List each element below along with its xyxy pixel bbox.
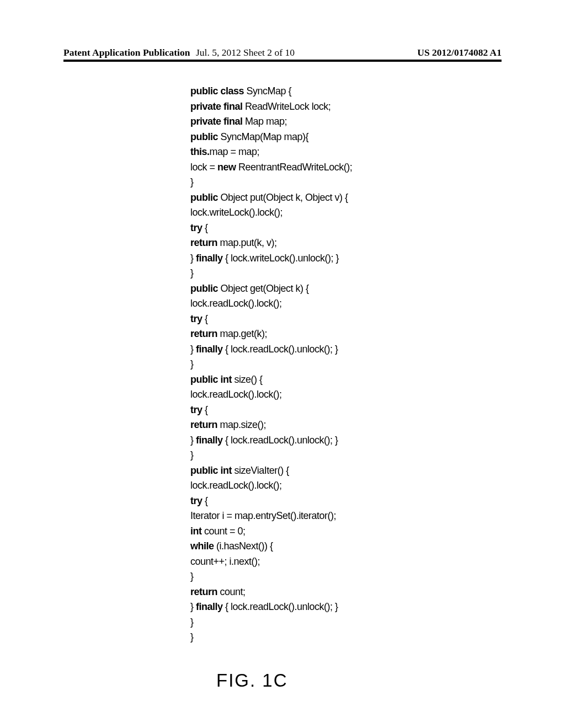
- code-line: } finally { lock.readLock().unlock(); }: [190, 433, 352, 448]
- code-text: }: [190, 601, 196, 612]
- code-text: (i.hasNext()) {: [216, 540, 273, 552]
- code-text: map.size();: [220, 419, 266, 430]
- code-line: try {: [190, 494, 352, 509]
- code-text: count = 0;: [204, 526, 246, 537]
- code-text: lock.writeLock().lock();: [190, 207, 282, 218]
- figure-caption: FIG. 1C: [216, 670, 288, 691]
- code-line: public Object put(Object k, Object v) {: [190, 190, 352, 206]
- code-line: lock.readLock().lock();: [190, 296, 352, 312]
- code-listing: public class SyncMap {private final Read…: [190, 84, 352, 645]
- code-keyword: this.: [190, 146, 210, 157]
- page-header: Patent Application Publication Jul. 5, 2…: [0, 47, 565, 58]
- header-rule: [63, 60, 502, 62]
- code-line: return map.size();: [190, 417, 352, 433]
- code-line: try {: [190, 312, 352, 327]
- code-line: lock.readLock().lock();: [190, 478, 352, 494]
- code-keyword: public: [190, 192, 221, 203]
- code-line: }: [190, 448, 352, 463]
- code-line: public SyncMap(Map map){: [190, 130, 352, 145]
- code-text: {: [205, 495, 208, 506]
- code-text: SyncMap {: [247, 85, 292, 97]
- code-text: { lock.readLock().unlock(); }: [225, 601, 338, 612]
- code-line: count++; i.next();: [190, 554, 352, 570]
- code-text: sizeViaIter() {: [234, 465, 289, 476]
- code-keyword: public: [190, 131, 221, 142]
- code-text: Map map;: [245, 116, 287, 127]
- code-line: Iterator i = map.entrySet().iterator();: [190, 508, 352, 524]
- code-keyword: finally: [196, 601, 225, 612]
- code-text: }: [190, 267, 194, 279]
- code-line: lock.writeLock().lock();: [190, 205, 352, 221]
- code-line: public Object get(Object k) {: [190, 281, 352, 297]
- code-line: }: [190, 175, 352, 190]
- code-keyword: new: [217, 162, 238, 173]
- code-text: lock.readLock().lock();: [190, 298, 282, 309]
- code-text: lock =: [190, 162, 217, 173]
- code-line: } finally { lock.readLock().unlock(); }: [190, 599, 352, 615]
- code-line: public int size() {: [190, 372, 352, 388]
- code-keyword: finally: [196, 344, 225, 355]
- code-keyword: public class: [190, 85, 247, 97]
- code-line: }: [190, 569, 352, 585]
- code-text: }: [190, 435, 196, 446]
- code-line: return map.get(k);: [190, 326, 352, 342]
- header-right: US 2012/0174082 A1: [417, 47, 502, 58]
- code-text: lock.readLock().lock();: [190, 389, 282, 400]
- code-text: Iterator i = map.entrySet().iterator();: [190, 510, 336, 521]
- code-text: count;: [220, 586, 246, 597]
- code-text: map.get(k);: [220, 328, 268, 339]
- code-keyword: finally: [196, 253, 225, 264]
- code-text: {: [205, 404, 208, 415]
- code-keyword: try: [190, 495, 205, 506]
- code-text: }: [190, 449, 194, 461]
- code-line: return count;: [190, 585, 352, 600]
- code-text: }: [190, 344, 196, 355]
- code-keyword: public int: [190, 465, 234, 476]
- code-text: Object put(Object k, Object v) {: [221, 192, 348, 203]
- code-text: size() {: [234, 374, 263, 385]
- code-keyword: try: [190, 404, 205, 415]
- code-line: try {: [190, 221, 352, 236]
- code-text: map.put(k, v);: [220, 237, 277, 248]
- code-line: public class SyncMap {: [190, 84, 352, 99]
- code-text: { lock.writeLock().unlock(); }: [225, 253, 339, 264]
- code-line: return map.put(k, v);: [190, 235, 352, 251]
- code-line: lock.readLock().lock();: [190, 387, 352, 403]
- code-text: }: [190, 358, 194, 370]
- code-line: public int sizeViaIter() {: [190, 463, 352, 479]
- code-text: count++; i.next();: [190, 556, 260, 567]
- code-keyword: return: [190, 237, 220, 248]
- code-keyword: while: [190, 540, 216, 552]
- code-text: { lock.readLock().unlock(); }: [225, 435, 338, 446]
- code-keyword: try: [190, 313, 205, 324]
- code-text: { lock.readLock().unlock(); }: [225, 344, 338, 355]
- code-line: } finally { lock.writeLock().unlock(); }: [190, 251, 352, 266]
- code-text: {: [205, 313, 208, 324]
- code-text: map = map;: [210, 146, 260, 157]
- code-keyword: return: [190, 328, 220, 339]
- code-line: int count = 0;: [190, 524, 352, 539]
- code-keyword: public int: [190, 374, 234, 385]
- code-line: this.map = map;: [190, 144, 352, 160]
- code-keyword: try: [190, 222, 205, 233]
- code-keyword: private final: [190, 101, 245, 112]
- code-text: Object get(Object k) {: [221, 283, 309, 294]
- code-text: }: [190, 631, 194, 643]
- code-line: }: [190, 630, 352, 645]
- code-text: }: [190, 176, 194, 188]
- code-text: SyncMap(Map map){: [221, 131, 309, 142]
- header-left: Patent Application Publication: [63, 47, 190, 58]
- code-keyword: public: [190, 283, 221, 294]
- code-text: lock.readLock().lock();: [190, 480, 282, 491]
- code-keyword: finally: [196, 435, 225, 446]
- code-line: }: [190, 357, 352, 372]
- code-text: {: [205, 222, 208, 233]
- code-keyword: return: [190, 419, 220, 430]
- code-text: }: [190, 253, 196, 264]
- code-line: while (i.hasNext()) {: [190, 539, 352, 554]
- code-text: }: [190, 571, 194, 582]
- code-line: } finally { lock.readLock().unlock(); }: [190, 342, 352, 357]
- code-line: private final Map map;: [190, 114, 352, 130]
- code-line: }: [190, 615, 352, 630]
- code-keyword: private final: [190, 116, 245, 127]
